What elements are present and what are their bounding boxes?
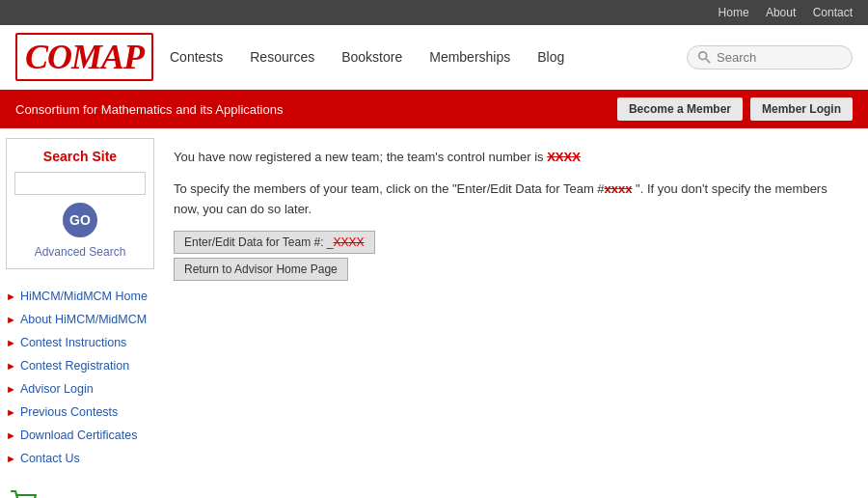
sidebar-item-contest-registration[interactable]: ► Contest Registration: [6, 354, 154, 377]
content-area: You have now registered a new team; the …: [154, 138, 868, 498]
enter-edit-team-button[interactable]: Enter/Edit Data for Team #: _XXXX: [174, 231, 375, 254]
team-control-number: XXXX: [547, 150, 581, 164]
sidebar-item-previous-contests[interactable]: ► Previous Contests: [6, 401, 154, 424]
header: COMAP Contests Resources Bookstore Membe…: [0, 25, 868, 90]
top-bar: Home About Contact: [0, 0, 868, 25]
top-contact-link[interactable]: Contact: [813, 6, 853, 19]
arrow-icon: ►: [6, 360, 16, 372]
nav-resources[interactable]: Resources: [250, 49, 314, 65]
header-search-input[interactable]: [717, 50, 842, 65]
sidebar-search-input[interactable]: [14, 172, 146, 195]
top-home-link[interactable]: Home: [719, 6, 749, 19]
search-icon: [697, 50, 711, 64]
svg-point-0: [699, 52, 707, 60]
sidebar-nav: ► HiMCM/MidMCM Home ► About HiMCM/MidMCM…: [6, 285, 154, 470]
logo[interactable]: COMAP: [15, 33, 150, 81]
red-banner: Consortium for Mathematics and its Appli…: [0, 90, 868, 128]
return-advisor-home-button[interactable]: Return to Advisor Home Page: [174, 258, 348, 281]
content-line2: To specify the members of your team, cli…: [174, 180, 849, 220]
cart-area: View Cart: [6, 489, 154, 498]
search-site-title: Search Site: [14, 149, 146, 164]
arrow-icon: ►: [6, 406, 16, 418]
become-member-button[interactable]: Become a Member: [617, 97, 743, 121]
nav-blog[interactable]: Blog: [537, 49, 564, 65]
arrow-icon: ►: [6, 383, 16, 395]
arrow-icon: ►: [6, 314, 16, 325]
sidebar: Search Site GO Advanced Search ► HiMCM/M…: [0, 138, 154, 498]
advanced-search-link[interactable]: Advanced Search: [14, 245, 146, 259]
svg-line-1: [706, 59, 710, 63]
team-number-ref: xxxx: [605, 181, 633, 196]
sidebar-item-advisor-login[interactable]: ► Advisor Login: [6, 377, 154, 401]
sidebar-item-himcm-home[interactable]: ► HiMCM/MidMCM Home: [6, 285, 154, 308]
main-layout: Search Site GO Advanced Search ► HiMCM/M…: [0, 128, 868, 498]
cart-icon: [10, 489, 41, 498]
logo-text: COMAP: [15, 33, 153, 81]
btn-team-number: XXXX: [334, 235, 365, 249]
content-line1: You have now registered a new team; the …: [174, 148, 849, 168]
banner-buttons: Become a Member Member Login: [617, 97, 853, 121]
nav-contests[interactable]: Contests: [170, 49, 223, 65]
arrow-icon: ►: [6, 337, 16, 348]
arrow-icon: ►: [6, 290, 16, 302]
top-about-link[interactable]: About: [766, 6, 796, 19]
banner-title: Consortium for Mathematics and its Appli…: [15, 102, 283, 117]
nav-bookstore[interactable]: Bookstore: [341, 49, 402, 65]
content-buttons: Enter/Edit Data for Team #: _XXXX Return…: [174, 231, 849, 281]
sidebar-item-about-himcm[interactable]: ► About HiMCM/MidMCM: [6, 308, 154, 331]
member-login-button[interactable]: Member Login: [750, 97, 853, 121]
search-site-box: Search Site GO Advanced Search: [6, 138, 154, 269]
header-search-box[interactable]: [687, 45, 853, 69]
main-nav: Contests Resources Bookstore Memberships…: [170, 45, 853, 69]
arrow-icon: ►: [6, 453, 16, 464]
sidebar-item-contact-us[interactable]: ► Contact Us: [6, 447, 154, 470]
nav-memberships[interactable]: Memberships: [429, 49, 510, 65]
sidebar-item-contest-instructions[interactable]: ► Contest Instructions: [6, 331, 154, 354]
arrow-icon: ►: [6, 429, 16, 441]
sidebar-item-download-certificates[interactable]: ► Download Certificates: [6, 424, 154, 447]
go-button[interactable]: GO: [63, 203, 97, 237]
